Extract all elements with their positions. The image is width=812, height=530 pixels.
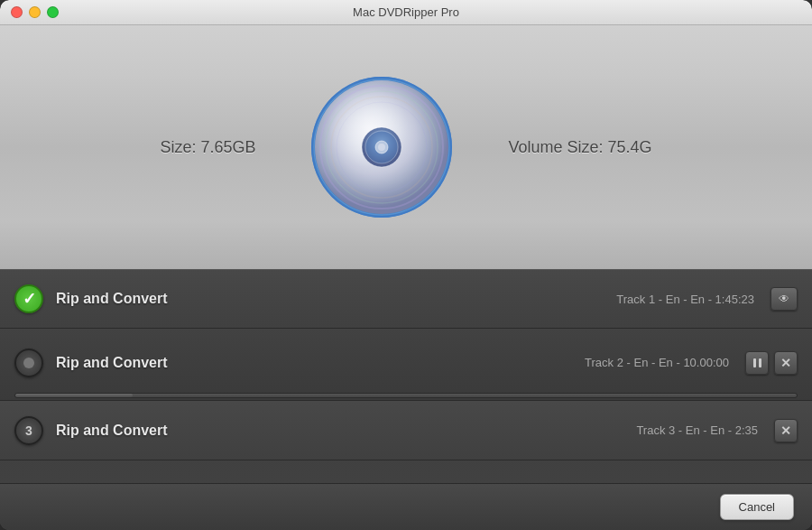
- checkmark-icon: ✓: [23, 289, 36, 309]
- disc-container: Size: 7.65GB: [160, 75, 651, 219]
- dvd-disc: [309, 75, 454, 219]
- window-title: Mac DVDRipper Pro: [353, 5, 459, 19]
- top-panel: Size: 7.65GB: [0, 25, 812, 269]
- eye-icon: 👁: [779, 293, 789, 305]
- close-button[interactable]: [11, 6, 23, 18]
- track-row: Rip and Convert Track 2 - En - En - 10.0…: [0, 329, 812, 401]
- close-icon: ✕: [780, 356, 791, 370]
- titlebar: Mac DVDRipper Pro: [0, 0, 812, 25]
- track-label: Rip and Convert: [56, 355, 585, 371]
- track-list: ✓ Rip and Convert Track 1 - En - En - 1:…: [0, 269, 812, 483]
- volume-size-label: Volume Size: 75.4G: [508, 138, 651, 157]
- track-row: ✓ Rip and Convert Track 1 - En - En - 1:…: [0, 269, 812, 329]
- size-label: Size: 7.65GB: [160, 138, 255, 157]
- track-row: 3 Rip and Convert Track 3 - En - En - 2:…: [0, 401, 812, 460]
- progress-fill: [15, 394, 133, 397]
- progress-bar: [14, 393, 798, 398]
- svg-point-11: [378, 144, 385, 151]
- bottom-panel: ✓ Rip and Convert Track 1 - En - En - 1:…: [0, 269, 812, 530]
- track-label: Rip and Convert: [56, 423, 636, 439]
- track-label: Rip and Convert: [56, 291, 616, 307]
- eye-button[interactable]: 👁: [770, 287, 798, 311]
- footer: Cancel: [0, 483, 812, 530]
- maximize-button[interactable]: [47, 6, 59, 18]
- status-icon-complete: ✓: [14, 284, 43, 313]
- status-icon-pending: [14, 349, 43, 377]
- close-icon: ✕: [780, 423, 791, 438]
- main-window: Mac DVDRipper Pro Size: 7.65GB: [0, 0, 812, 530]
- traffic-lights: [11, 6, 59, 18]
- minimize-button[interactable]: [29, 6, 41, 18]
- close-button-track3[interactable]: ✕: [774, 419, 798, 442]
- close-button-track2[interactable]: ✕: [774, 351, 798, 375]
- pause-icon: [753, 358, 761, 367]
- progress-bar-container: [0, 393, 812, 400]
- pause-button[interactable]: [745, 351, 769, 375]
- track-row-content: Rip and Convert Track 2 - En - En - 10.0…: [0, 329, 812, 396]
- status-icon-numbered: 3: [14, 416, 43, 445]
- track-info: Track 3 - En - En - 2:35: [636, 423, 758, 437]
- track-info: Track 1 - En - En - 1:45:23: [616, 293, 754, 306]
- cancel-button[interactable]: Cancel: [720, 494, 794, 520]
- track-info: Track 2 - En - En - 10.00:00: [585, 356, 729, 369]
- track-number: 3: [25, 423, 32, 438]
